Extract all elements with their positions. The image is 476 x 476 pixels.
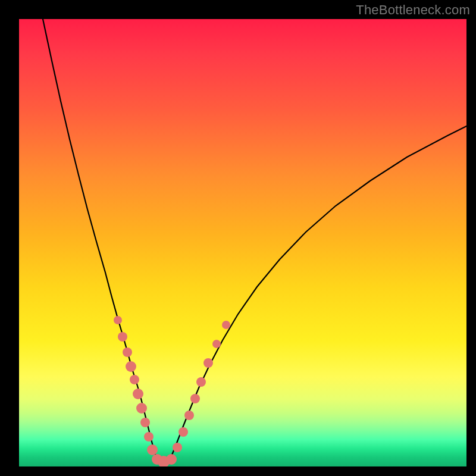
plot-area	[19, 19, 466, 466]
frame: TheBottleneck.com	[0, 0, 476, 476]
watermark-label: TheBottleneck.com	[356, 2, 470, 18]
background-gradient	[19, 19, 466, 466]
